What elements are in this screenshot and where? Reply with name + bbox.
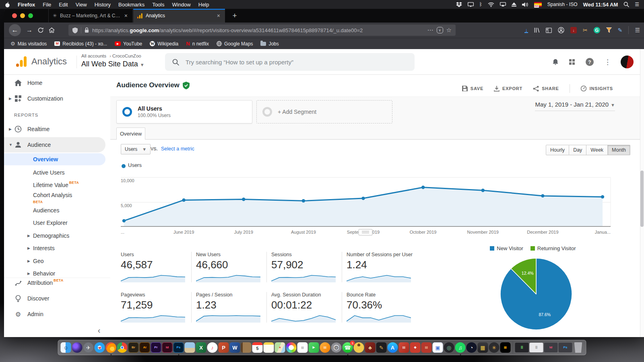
lock-icon[interactable] [85,27,89,33]
insights-button[interactable]: INSIGHTS [580,85,613,92]
dock-icon-word[interactable]: W [230,342,240,353]
bookmark-n-netflix[interactable]: Nn netflix [186,41,209,47]
chart-expand-handle[interactable] [359,229,372,235]
dock-icon-speedtest[interactable]: ◔ [466,342,477,353]
forward-button[interactable]: → [26,27,33,34]
dock-icon-whatsapp[interactable]: ☎3 [343,342,353,353]
menubar-item-history[interactable]: History [95,2,111,8]
display-icon[interactable] [468,2,474,7]
dock-icon-preview[interactable] [185,342,195,353]
bluetooth-icon[interactable]: ᛒ [479,2,482,7]
dropbox-icon[interactable] [456,2,462,7]
dock-icon-safari[interactable]: ➤ [95,342,105,353]
url-overflow-icon[interactable]: ⋯ [427,27,433,34]
pen-icon[interactable]: ✎ [618,27,623,33]
scorecard-new-users[interactable]: New Users46,660 [196,252,267,282]
menubar-item-view[interactable]: View [76,2,87,8]
dock-icon-books[interactable]: ▤ [320,342,330,353]
sidebar-item-home[interactable]: Home [4,76,110,90]
picker-icon[interactable]: ✂ [583,27,588,33]
account-icon[interactable] [558,27,564,33]
legend-new-visitor[interactable]: New Visitor [490,245,523,251]
sidebar-item-audiences[interactable]: Audiences [4,204,110,217]
avatar[interactable] [621,56,634,68]
chevron-right-icon[interactable]: ▶ [9,127,14,131]
sidebar-item-realtime[interactable]: ▶Realtime [4,122,110,136]
apple-icon[interactable] [5,2,10,8]
metric-selector[interactable]: Users▼ [121,144,151,154]
wifi-icon[interactable] [488,2,494,7]
share-button[interactable]: SHARE [533,86,559,92]
bookmark-jobs[interactable]: Jobs [260,41,279,47]
add-segment-button[interactable]: + Add Segment [256,100,392,123]
url-bar[interactable]: https://analytics.google.com/analytics/w… [68,25,456,36]
close-tab-icon[interactable]: × [124,12,128,19]
close-tab-icon[interactable]: × [216,12,221,19]
dock-icon-minimized-document-window[interactable]: ≣ [530,343,543,352]
menubar-item-edit[interactable]: Edit [59,2,68,8]
dock-icon-launchpad[interactable]: ✈ [83,342,94,353]
dock-icon-calligraphy-app[interactable]: ✎ [376,342,387,353]
search-input[interactable] [185,58,407,66]
dock-icon-spotify[interactable]: ♫ [455,342,466,353]
menubar-item-help[interactable]: Help [198,2,209,8]
dock-icon-itunes[interactable]: ♪ [207,342,218,353]
granularity-day-button[interactable]: Day [569,145,586,155]
more-options-icon[interactable]: ⋮ [604,58,611,66]
funnel-icon[interactable] [606,27,612,33]
notifications-bell-icon[interactable] [552,58,559,66]
segment-all-users[interactable]: All Users 100.00% Users [116,100,252,123]
dock-icon-maps[interactable]: ● [275,342,285,353]
extension-icon[interactable]: ↓ [570,27,577,33]
legend-returning-visitor[interactable]: Returning Visitor [530,245,576,251]
chevron-right-icon[interactable]: ▶ [27,246,33,250]
chevron-down-icon[interactable]: ▼ [9,143,14,147]
sidebar-item-active-users[interactable]: Active Users [4,166,110,179]
dock-icon-adobe-premiere[interactable]: Pr [151,342,161,353]
dock-icon-app-store[interactable]: A [388,342,398,353]
input-source-flag-icon[interactable]: ISO [534,2,542,7]
back-button[interactable]: ← [9,24,21,36]
granularity-month-button[interactable]: Month [608,145,630,155]
dock-icon-minimized-indesign-window[interactable]: Id [544,343,558,352]
sidebar-icon[interactable] [546,28,552,33]
sidebar-item-admin[interactable]: ⚙Admin [4,307,110,321]
tracking-shield-icon[interactable] [72,27,78,33]
dock-icon-scope-app[interactable]: ◎ [444,342,454,353]
dock-icon-minimized-terminal-window[interactable]: ≣ [515,343,529,352]
dock-icon-contacts[interactable] [241,342,252,353]
dock-icon-siri[interactable] [72,342,83,353]
scorecard-avg-session-duration[interactable]: Avg. Session Duration00:01:22 [271,292,342,323]
menubar-item-file[interactable]: File [43,2,51,8]
dock-icon-notes[interactable] [264,342,274,353]
dock-icon-wireframe-app[interactable]: ▣ [433,342,443,353]
dock-icon-nikon-capture[interactable]: ✳ [489,342,500,353]
scorecard-number-of-sessions-per-user[interactable]: Number of Sessions per User1.24 [347,252,417,282]
dock-icon-system-preferences[interactable]: ⚙ [331,342,342,353]
dock-icon-sketchup[interactable]: ◆ [410,342,421,353]
dock-icon-photos[interactable] [286,342,297,353]
dock-icon-adobe-bridge[interactable]: Br [128,342,139,353]
notification-center-icon[interactable]: ☰ [635,2,639,7]
analytics-logo[interactable]: Analytics [15,56,67,68]
menubar-item-firefox[interactable]: Firefox [18,2,35,8]
hamburger-icon[interactable]: ☰ [635,27,640,33]
granularity-hourly-button[interactable]: Hourly [546,145,569,155]
menubar-item-bookmarks[interactable]: Bookmarks [118,2,144,8]
date-range-picker[interactable]: May 1, 2019 - Jan 21, 2020▼ [535,101,615,111]
dock-icon-family-tree-app[interactable]: ♣ [365,342,376,353]
sidebar-item-lifetime-value[interactable]: Lifetime ValueBETA [4,178,110,192]
grammarly-icon[interactable]: G [594,27,600,33]
url-text[interactable]: https://analytics.google.com/analytics/w… [92,27,424,33]
property-selector[interactable]: All Web Site Data▼ [81,60,144,68]
dock-icon-nikon-app[interactable]: ▦ [500,342,511,353]
bookmark-recibidos-xo-[interactable]: MRecibidos (43) - xo... [54,41,107,47]
menubar-item-window[interactable]: Window [172,2,191,8]
spotlight-icon[interactable] [623,2,629,7]
breadcrumb[interactable]: All accounts › CrocoCunZoo [81,53,141,58]
tab-overview[interactable]: Overview [116,128,145,140]
sidebar-collapse-button[interactable]: ‹ [94,326,104,335]
input-source-label[interactable]: Spanish - ISO [547,2,578,7]
sidebar-item-customization[interactable]: ▶Customization [4,92,110,105]
menubar-clock[interactable]: Wed 11:54 AM [583,2,618,8]
